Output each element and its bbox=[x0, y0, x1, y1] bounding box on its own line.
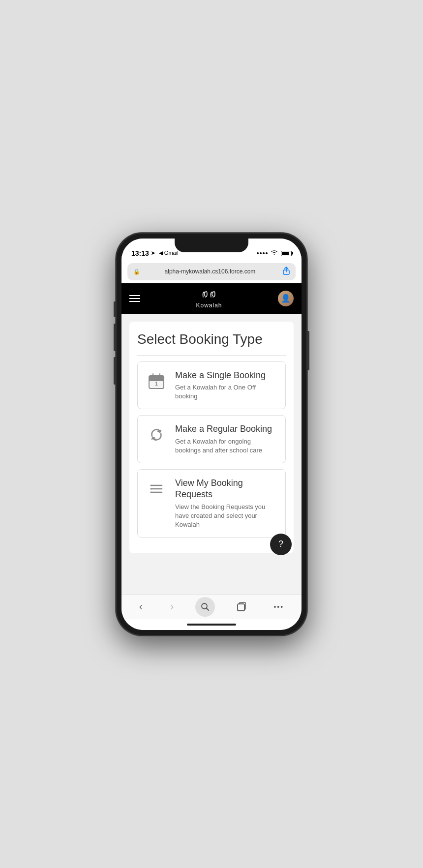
share-icon[interactable] bbox=[283, 267, 290, 277]
title-divider bbox=[137, 355, 286, 356]
booking-type-card: Select Booking Type 1 Make bbox=[129, 322, 294, 554]
volume-up-button bbox=[114, 324, 116, 351]
page-content: Select Booking Type 1 Make bbox=[121, 314, 302, 595]
url-bar: 🔒 alpha-mykowalah.cs106.force.com bbox=[121, 260, 302, 283]
user-avatar[interactable]: 👤 bbox=[278, 291, 294, 306]
list-icon bbox=[146, 478, 167, 498]
help-button[interactable]: ? bbox=[270, 534, 292, 555]
forward-button[interactable]: › bbox=[164, 597, 180, 617]
regular-booking-option[interactable]: Make a Regular Booking Get a Kowalah for… bbox=[137, 415, 286, 463]
svg-point-9 bbox=[151, 488, 152, 490]
power-button bbox=[307, 331, 309, 370]
hamburger-menu-button[interactable] bbox=[129, 295, 140, 302]
logo-text: Kowalah bbox=[196, 302, 222, 309]
calendar-icon: 1 bbox=[146, 370, 167, 390]
svg-point-7 bbox=[151, 485, 152, 486]
single-booking-option[interactable]: 1 Make a Single Booking Get a Kowalah fo… bbox=[137, 361, 286, 410]
phone-frame: 13:13 ➤ ◀ Gmail bbox=[116, 233, 307, 636]
wifi-icon bbox=[271, 250, 278, 257]
notch bbox=[175, 239, 248, 252]
volume-mute-button bbox=[114, 301, 116, 317]
status-time-area: 13:13 ➤ ◀ Gmail bbox=[131, 249, 179, 257]
home-indicator bbox=[121, 619, 302, 630]
view-bookings-text: View My Booking Requests View the Bookin… bbox=[175, 478, 277, 529]
home-bar bbox=[187, 624, 236, 626]
svg-rect-14 bbox=[238, 604, 244, 611]
view-bookings-option[interactable]: View My Booking Requests View the Bookin… bbox=[137, 469, 286, 538]
phone-screen: 13:13 ➤ ◀ Gmail bbox=[121, 239, 302, 630]
status-icons bbox=[257, 250, 292, 257]
browser-bottom-bar: ‹ › ••• bbox=[121, 595, 302, 619]
volume-down-button bbox=[114, 357, 116, 385]
single-booking-desc: Get a Kowalah for a One Off booking bbox=[175, 383, 277, 401]
signal-dots-icon bbox=[257, 252, 268, 254]
single-booking-title: Make a Single Booking bbox=[175, 370, 277, 381]
app-header: Kowalah 👤 bbox=[121, 283, 302, 314]
direction-icon: ➤ bbox=[151, 250, 155, 256]
logo-area: Kowalah bbox=[196, 288, 222, 309]
url-field[interactable]: 🔒 alpha-mykowalah.cs106.force.com bbox=[127, 263, 296, 280]
more-button[interactable]: ••• bbox=[268, 599, 290, 615]
battery-icon bbox=[281, 251, 292, 256]
view-bookings-title: View My Booking Requests bbox=[175, 478, 277, 501]
avatar-image: 👤 bbox=[278, 291, 294, 306]
time-display: 13:13 bbox=[131, 249, 149, 257]
regular-booking-title: Make a Regular Booking bbox=[175, 423, 277, 435]
regular-booking-text: Make a Regular Booking Get a Kowalah for… bbox=[175, 423, 277, 455]
url-text: alpha-mykowalah.cs106.force.com bbox=[143, 268, 277, 275]
svg-rect-2 bbox=[149, 376, 164, 381]
svg-line-13 bbox=[206, 608, 209, 611]
tabs-button[interactable] bbox=[231, 598, 252, 616]
regular-booking-desc: Get a Kowalah for ongoing bookings and a… bbox=[175, 437, 277, 455]
search-button[interactable] bbox=[195, 597, 215, 617]
svg-point-11 bbox=[151, 492, 152, 493]
help-icon: ? bbox=[278, 539, 283, 549]
back-label: ◀ Gmail bbox=[159, 250, 179, 256]
refresh-icon bbox=[146, 423, 167, 444]
kowalah-logo-icon bbox=[198, 288, 220, 302]
single-booking-text: Make a Single Booking Get a Kowalah for … bbox=[175, 370, 277, 401]
page-title: Select Booking Type bbox=[137, 331, 286, 347]
view-bookings-desc: View the Booking Requests you have creat… bbox=[175, 503, 277, 530]
svg-text:1: 1 bbox=[155, 381, 158, 387]
lock-icon: 🔒 bbox=[133, 269, 140, 275]
back-button[interactable]: ‹ bbox=[133, 597, 149, 617]
